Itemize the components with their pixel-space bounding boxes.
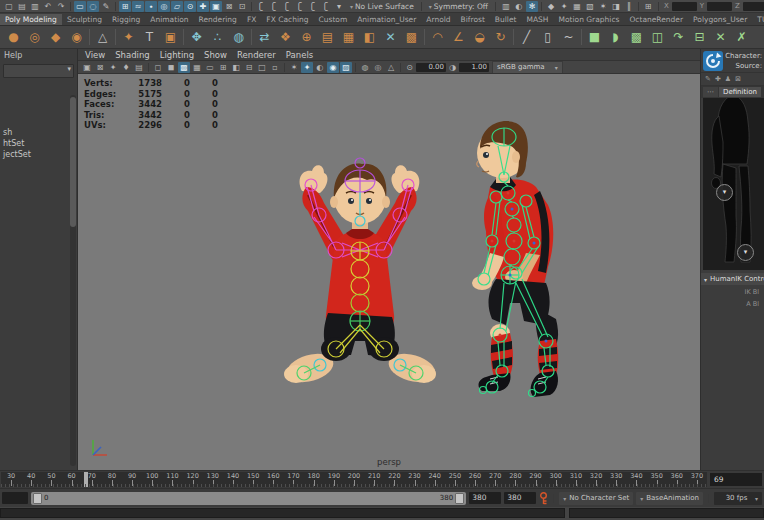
snap-to-view-plane-icon[interactable]: ▱ [171, 1, 183, 12]
pause-icon[interactable]: ‖ [623, 1, 635, 12]
paint-select-icon[interactable]: ✎ [100, 1, 112, 12]
all-lights-icon[interactable]: ✦ [301, 62, 313, 73]
command-line-input[interactable] [0, 508, 565, 518]
safe-action-icon[interactable]: □ [256, 62, 268, 73]
status-icon[interactable] [115, 2, 116, 11]
select-tool-icon[interactable]: ▭ [74, 1, 86, 12]
exposure-icon[interactable] [404, 63, 415, 72]
undo-icon[interactable]: ↶ [42, 1, 54, 12]
shelf-tab[interactable]: Custom [314, 14, 353, 25]
poly-cube-icon[interactable]: ◆ [46, 28, 65, 47]
save-scene-icon[interactable]: ▥ [29, 1, 41, 12]
viewport-menu-item[interactable]: Renderer [237, 50, 276, 60]
new-scene-icon[interactable]: ▢ [3, 1, 15, 12]
lock-definition-icon[interactable]: ⊠ [735, 75, 741, 83]
snap-to-center-icon[interactable]: ✚ [197, 1, 209, 12]
status-icon[interactable] [251, 2, 252, 11]
viewport-icon[interactable] [284, 63, 285, 72]
no-live-surface-dropdown[interactable]: No Live Surface [347, 2, 417, 11]
target-weld-icon[interactable]: ◒ [470, 28, 489, 47]
viewport-icon[interactable] [148, 63, 149, 72]
exposure-field[interactable]: 0.00 [416, 63, 446, 72]
soft-select-icon[interactable]: ∴ [208, 28, 227, 47]
status-icon[interactable] [541, 2, 542, 11]
snap-to-uv-icon[interactable]: ▣ [210, 1, 222, 12]
textured-icon[interactable]: ▩ [178, 62, 190, 73]
gamma-icon[interactable] [447, 63, 458, 72]
shelf-tab[interactable]: Poly Modeling [0, 14, 62, 25]
xray-icon[interactable]: ◍ [359, 62, 371, 73]
bridge-icon[interactable]: ▦ [339, 28, 358, 47]
shelf-tab[interactable]: Arnold [421, 14, 455, 25]
viewport-icon[interactable] [400, 63, 401, 72]
tab-more[interactable]: ⋯ [703, 87, 718, 97]
light-editor-icon[interactable]: ✦ [558, 1, 570, 12]
viewport-menu-item[interactable]: Lighting [160, 50, 194, 60]
shaded-icon[interactable]: ◼ [165, 62, 177, 73]
current-frame-field[interactable]: 69 [710, 473, 762, 486]
anim-layer-dropdown[interactable]: BaseAnimation [636, 492, 703, 505]
expand-control-button[interactable] [716, 184, 733, 201]
shelf-tab[interactable]: TURTLE [752, 14, 764, 25]
render-setup-icon[interactable]: ✶ [597, 1, 609, 12]
shelf-icon[interactable] [581, 29, 582, 45]
quad-draw-icon[interactable]: ▩ [402, 28, 421, 47]
prune-weights-icon[interactable]: ✕ [711, 28, 730, 47]
panel-menu-help[interactable]: Help [4, 51, 22, 60]
xray-joints-icon[interactable]: ◎ [372, 62, 384, 73]
shelf-icon[interactable] [89, 29, 90, 45]
expand-control-button[interactable] [737, 244, 754, 261]
input-connections-icon[interactable]: ʗ [255, 1, 267, 12]
connection-hook-icon[interactable]: ʗ [307, 1, 319, 12]
outliner-scrollbar[interactable] [70, 95, 76, 466]
select-camera-icon[interactable]: ▣ [81, 62, 93, 73]
smooth-skin-icon[interactable]: ◗ [606, 28, 625, 47]
shelf-icon[interactable] [513, 29, 514, 45]
mirror-icon[interactable]: ⇄ [255, 28, 274, 47]
bind-skin-icon[interactable]: ↷ [669, 28, 688, 47]
x-coordinate-input[interactable] [672, 2, 697, 11]
connection-hook-icon[interactable]: ʗ [294, 1, 306, 12]
snap-to-projected-center-icon[interactable]: ◎ [158, 1, 170, 12]
z-coordinate-input[interactable] [743, 2, 764, 11]
anti-aliasing-icon[interactable]: ▨ [340, 62, 352, 73]
resolution-gate-icon[interactable]: ⊞ [217, 62, 229, 73]
paint-skin-weights-icon[interactable]: ■ [585, 28, 604, 47]
shelf-tab[interactable]: Sculpting [62, 14, 107, 25]
shelf-tab[interactable]: Animation_User [352, 14, 421, 25]
mirror-skin-weights-icon[interactable]: ◫ [648, 28, 667, 47]
detach-skin-icon[interactable]: ⊟ [690, 28, 709, 47]
field-chart-icon[interactable]: ⊟ [243, 62, 255, 73]
lock-camera-icon[interactable]: ⊠ [94, 62, 106, 73]
poly-platonic-icon[interactable]: △ [93, 28, 112, 47]
shelf-tab[interactable]: FX Caching [261, 14, 313, 25]
animation-end-field[interactable]: 380 [504, 492, 536, 504]
type-tool-icon[interactable]: T [140, 28, 159, 47]
shelf-tab[interactable]: Bullet [490, 14, 522, 25]
poly-torus-icon[interactable]: ◎ [25, 28, 44, 47]
construction-history-icon[interactable]: ʗ [281, 1, 293, 12]
shelf-tab[interactable]: Animation [145, 14, 193, 25]
range-end-handle[interactable] [455, 493, 464, 504]
crease-icon[interactable]: ∠ [449, 28, 468, 47]
shelf-tab[interactable]: OctaneRender [624, 14, 688, 25]
sequence-render-icon[interactable]: ◨ [610, 1, 622, 12]
open-scene-icon[interactable]: ▤ [16, 1, 28, 12]
render-settings-icon[interactable]: ✻ [526, 1, 538, 12]
boolean-union-icon[interactable]: ⊕ [297, 28, 316, 47]
smooth-icon[interactable]: ◠ [428, 28, 447, 47]
safe-title-icon[interactable]: ▫ [269, 62, 281, 73]
shelf-tab[interactable]: Polygons_User [688, 14, 752, 25]
render-current-frame-icon[interactable]: ▥ [500, 1, 512, 12]
auto-keyframe-icon[interactable] [539, 492, 548, 505]
playback-start-field[interactable] [2, 492, 28, 504]
edit-curve-icon[interactable]: ▯ [538, 28, 557, 47]
status-icon[interactable] [638, 2, 639, 11]
range-start-handle[interactable] [33, 493, 42, 504]
viewport-icon[interactable] [355, 63, 356, 72]
lasso-select-icon[interactable]: ◌ [87, 1, 99, 12]
film-gate-icon[interactable]: ▭ [204, 62, 216, 73]
redo-icon[interactable]: ↷ [55, 1, 67, 12]
snap-to-curve-icon[interactable]: ≈ [132, 1, 144, 12]
tab-definition[interactable]: Definition [719, 87, 761, 97]
